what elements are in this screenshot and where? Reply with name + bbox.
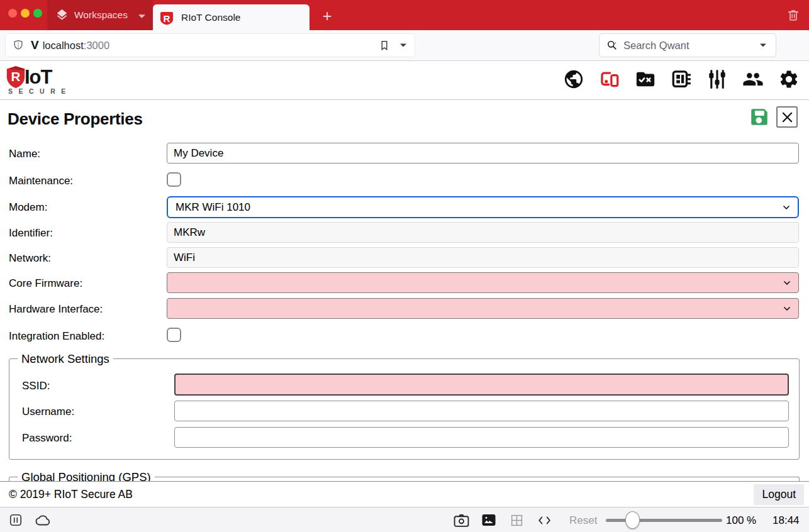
globe-icon[interactable]	[563, 69, 584, 90]
users-icon[interactable]	[742, 69, 764, 90]
image-icon[interactable]	[481, 514, 496, 526]
shield-icon[interactable]	[12, 39, 25, 52]
password-input[interactable]	[174, 427, 789, 448]
identifier-label: Identifier:	[9, 227, 53, 240]
chevron-down-icon	[138, 13, 146, 19]
network-settings-legend: Network Settings	[18, 352, 113, 366]
grid-icon[interactable]	[510, 514, 523, 527]
search-engine-dropdown-icon[interactable]	[759, 43, 767, 48]
close-button[interactable]	[776, 106, 798, 128]
chevron-down-icon	[781, 202, 791, 213]
modem-value: MKR WiFi 1010	[176, 201, 250, 214]
core-firmware-label: Core Firmware:	[9, 277, 82, 290]
chevron-down-icon	[782, 304, 792, 314]
zoom-slider-thumb[interactable]	[625, 511, 640, 529]
riot-secure-logo[interactable]: R IoT SECURE	[5, 65, 72, 95]
tab-riot-console[interactable]: R RIoT Console	[153, 4, 310, 30]
workspaces-label: Workspaces	[74, 9, 128, 21]
sliders-icon[interactable]	[706, 69, 728, 90]
layers-icon	[55, 8, 69, 21]
devices-icon[interactable]	[599, 69, 620, 90]
save-button[interactable]	[749, 106, 770, 128]
ssid-label: SSID:	[22, 380, 50, 392]
svg-text:R: R	[164, 13, 170, 24]
zoom-level: 100 %	[726, 514, 756, 527]
settings-gear-icon[interactable]	[778, 69, 800, 90]
page-footer: © 2019+ RIoT Secure AB Logout	[0, 481, 809, 507]
reset-label[interactable]: Reset	[569, 514, 597, 527]
window-titlebar: Workspaces R RIoT Console +	[0, 0, 809, 30]
logo-text: IoT	[25, 66, 52, 89]
status-bar: Reset 100 % 18:44	[0, 507, 809, 532]
hardware-chip-icon[interactable]	[671, 69, 692, 90]
network-label: Network:	[9, 252, 51, 265]
identifier-input	[167, 222, 799, 243]
search-icon	[606, 39, 618, 52]
modem-select[interactable]: MKR WiFi 1010	[167, 196, 799, 218]
clock: 18:44	[773, 514, 800, 527]
browser-toolbar: V localhost:3000 Search Qwant	[0, 30, 809, 61]
zoom-slider-track[interactable]	[606, 519, 722, 522]
network-input	[167, 247, 799, 268]
new-tab-button[interactable]: +	[316, 4, 338, 27]
logo-subtext: SECURE	[8, 87, 72, 95]
bookmarks-dropdown-icon[interactable]	[399, 43, 407, 48]
modem-label: Modem:	[9, 201, 47, 214]
code-icon[interactable]	[537, 516, 552, 525]
riot-shield-icon: R	[5, 65, 26, 89]
core-firmware-select[interactable]	[167, 272, 799, 293]
maintenance-label: Maintenance:	[9, 175, 73, 187]
ssid-input[interactable]	[174, 374, 789, 396]
zoom-window-button[interactable]	[33, 9, 42, 18]
page-title: Device Properties	[8, 109, 143, 129]
password-label: Password:	[22, 432, 72, 445]
pause-panel-icon[interactable]	[9, 513, 23, 527]
logout-button[interactable]: Logout	[754, 484, 804, 505]
svg-text:R: R	[11, 69, 21, 84]
integration-checkbox[interactable]	[167, 328, 181, 342]
hardware-interface-label: Hardware Interface:	[9, 303, 103, 316]
url-text: localhost:3000	[43, 40, 109, 52]
tab-title: RIoT Console	[181, 12, 240, 23]
copyright-text: © 2019+ RIoT Secure AB	[9, 488, 133, 501]
integration-enabled-label: Integration Enabled:	[9, 330, 104, 343]
url-bar[interactable]: V localhost:3000	[5, 33, 415, 57]
search-placeholder: Search Qwant	[623, 40, 759, 52]
chevron-down-icon	[782, 278, 792, 288]
screenshot-camera-icon[interactable]	[454, 514, 469, 527]
close-window-button[interactable]	[8, 9, 17, 18]
trash-icon[interactable]	[786, 8, 800, 22]
app-header: R IoT SECURE	[0, 62, 809, 100]
name-input[interactable]	[167, 143, 799, 163]
extension-v-icon[interactable]: V	[31, 38, 39, 52]
search-bar[interactable]: Search Qwant	[599, 33, 776, 57]
username-input[interactable]	[174, 401, 789, 421]
firmware-folder-icon[interactable]	[635, 69, 656, 90]
cloud-icon[interactable]	[34, 514, 51, 526]
workspaces-button[interactable]: Workspaces	[47, 0, 153, 30]
close-icon	[781, 111, 793, 123]
riot-favicon: R	[159, 11, 174, 26]
minimize-window-button[interactable]	[21, 9, 30, 18]
maintenance-checkbox[interactable]	[167, 172, 181, 187]
hardware-interface-select[interactable]	[167, 298, 799, 319]
username-label: Username:	[22, 406, 74, 418]
bookmark-icon[interactable]	[378, 39, 391, 52]
name-label: Name:	[9, 148, 40, 160]
network-settings-group: Network Settings SSID: Username: Passwor…	[9, 358, 800, 460]
